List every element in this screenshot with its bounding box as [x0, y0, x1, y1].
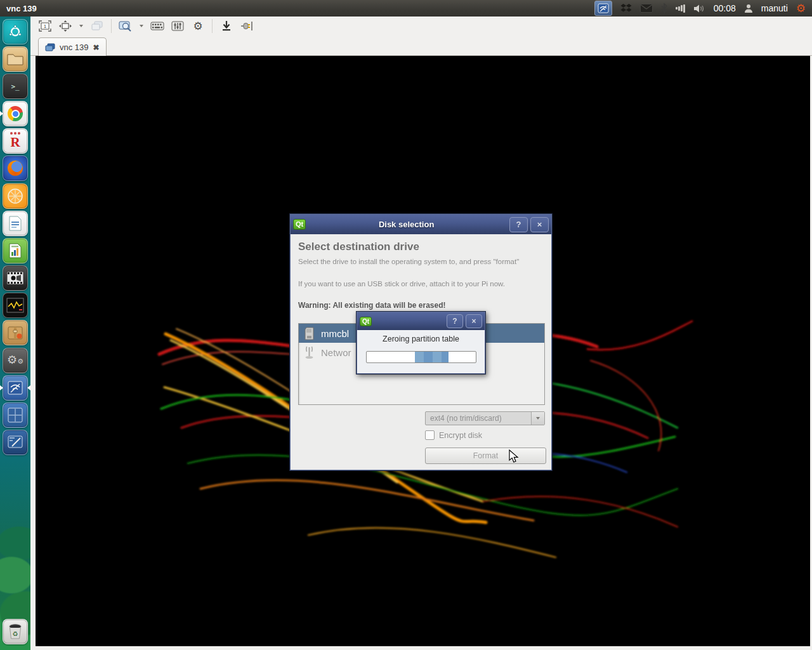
gears-icon: ⚙⚙ [7, 354, 23, 367]
package-box-icon [7, 324, 23, 341]
gear-icon: ⚙ [193, 21, 202, 32]
settings-button[interactable]: ⚙ [190, 18, 206, 34]
launcher-item-files[interactable] [3, 46, 28, 72]
sliders-icon [171, 20, 184, 32]
progress-help-button[interactable]: ? [447, 314, 463, 328]
mouse-cursor [509, 449, 520, 463]
svg-text:1: 1 [44, 23, 47, 29]
progress-dialog-titlebar[interactable]: Qt ? × [357, 312, 485, 330]
tab-label: vnc 139 [60, 43, 89, 52]
focused-indicator-vnc-viewer [27, 385, 30, 390]
launcher-item-video-editor[interactable] [3, 265, 28, 291]
vnc-viewer-window: 1 [30, 17, 812, 650]
rednotebook-icon: R [10, 132, 20, 150]
toolbar-separator [212, 19, 213, 33]
dialog-heading: Select destination drive [298, 241, 419, 253]
fullscreen-button[interactable]: 1 [37, 18, 53, 34]
launcher-item-firefox[interactable] [3, 156, 28, 181]
system-monitor-icon [6, 298, 24, 313]
sd-card-icon [304, 327, 315, 340]
disk-dialog-titlebar[interactable]: Qt Disk selection ? × [291, 215, 551, 234]
launcher-item-trash[interactable]: ♻ [3, 619, 28, 644]
orange-slice-icon [7, 188, 23, 204]
ubuntu-logo-icon [8, 25, 22, 39]
session-gear-icon[interactable]: ⚙ [796, 1, 806, 15]
download-button[interactable] [218, 18, 235, 34]
qt-logo-icon: Qt [360, 317, 372, 326]
tab-close-icon[interactable]: ✖ [93, 43, 100, 52]
launcher-item-ubuntu-dash[interactable] [3, 19, 28, 44]
network-antenna-icon [304, 345, 315, 359]
remote-desktop-viewport[interactable]: Qt Disk selection ? × Select destination… [36, 56, 810, 646]
format-button[interactable]: Format [425, 448, 546, 464]
trash-icon: ♻ [8, 623, 23, 640]
launcher-item-terminal[interactable]: >_ [3, 74, 28, 99]
system-tray: 00:08 manuti ⚙ [594, 1, 812, 16]
disconnect-plug-icon [240, 20, 254, 32]
volume-icon[interactable] [693, 1, 705, 15]
progress-dialog: Qt ? × Zeroing partition table [356, 311, 486, 375]
drive-label: mmcbl [321, 328, 349, 339]
screenshot-button[interactable] [117, 18, 134, 34]
screenshot-caret[interactable] [138, 18, 145, 34]
launcher-item-workspace-switcher[interactable] [3, 402, 28, 428]
active-window-title: vnc 139 [6, 4, 37, 13]
encrypt-disk-option[interactable]: Encrypt disk [425, 430, 482, 440]
vnc-app-tray-icon[interactable] [594, 1, 612, 16]
fit-window-icon [59, 20, 72, 32]
launcher-item-vnc-viewer[interactable] [3, 375, 28, 401]
dialog-instruction-2: If you want to use an USB stick or drive… [298, 279, 539, 289]
top-panel: vnc 139 [0, 0, 812, 17]
firefox-icon [8, 161, 23, 176]
launcher-item-libreoffice-calc[interactable] [3, 238, 28, 263]
dropdown-arrow-icon [531, 412, 544, 425]
display-settings-icon [7, 435, 23, 450]
dialog-close-button[interactable]: × [530, 217, 549, 232]
launcher-item-package-manager[interactable] [3, 320, 28, 345]
launcher-item-chromium[interactable] [3, 101, 28, 126]
workspace-grid-icon [8, 408, 23, 423]
dialog-warning: Warning: All existing data will be erase… [298, 301, 446, 310]
fit-window-button[interactable] [57, 18, 74, 34]
dropbox-icon[interactable] [620, 1, 632, 15]
svg-text:♻: ♻ [13, 630, 18, 637]
viewport-frame: Qt Disk selection ? × Select destination… [30, 56, 812, 650]
encrypt-disk-checkbox[interactable] [425, 430, 435, 440]
file-system-dropdown[interactable]: ext4 (no trim/discard) [425, 411, 545, 425]
progress-message: Zeroing partition table [357, 335, 485, 343]
toolbar: 1 [30, 17, 812, 36]
bluetooth-icon[interactable] [661, 1, 667, 15]
launcher-item-libreoffice-writer[interactable] [3, 211, 28, 236]
duplicate-tab-button[interactable] [89, 18, 105, 34]
vnc-viewer-icon [7, 380, 23, 395]
launcher-item-system-monitor[interactable] [3, 293, 28, 318]
progress-bar [366, 351, 476, 363]
launcher-item-system-settings[interactable]: ⚙⚙ [3, 348, 28, 373]
preferences-button[interactable] [169, 18, 186, 34]
qt-logo-icon: Qt [293, 219, 306, 230]
fit-window-caret[interactable] [77, 18, 85, 34]
file-system-value: ext4 (no trim/discard) [426, 414, 531, 423]
folder-icon [7, 52, 23, 66]
mail-icon[interactable] [640, 1, 653, 15]
launcher-item-display-settings[interactable] [3, 430, 28, 455]
user-icon [744, 1, 753, 15]
disconnect-button[interactable] [239, 18, 255, 34]
dialog-title: Disk selection [306, 220, 507, 229]
progress-close-button[interactable]: × [466, 314, 482, 328]
film-strip-icon [6, 270, 24, 286]
running-indicator-chromium [0, 111, 3, 116]
username[interactable]: manuti [761, 3, 788, 13]
launcher-item-rednotebook[interactable]: R [3, 128, 28, 154]
launcher-item-orange-app[interactable] [3, 183, 28, 209]
download-icon [221, 20, 232, 32]
signal-strength-icon[interactable] [676, 1, 685, 15]
duplicate-icon [91, 20, 103, 32]
clock[interactable]: 00:08 [714, 3, 736, 13]
dialog-help-button[interactable]: ? [509, 217, 528, 232]
calc-spreadsheet-icon [9, 243, 22, 258]
drive-label: Networ [321, 347, 351, 358]
send-keys-button[interactable] [149, 18, 166, 34]
running-indicator-vnc-viewer [0, 385, 3, 390]
tab-vnc-139[interactable]: vnc 139 ✖ [38, 37, 107, 56]
